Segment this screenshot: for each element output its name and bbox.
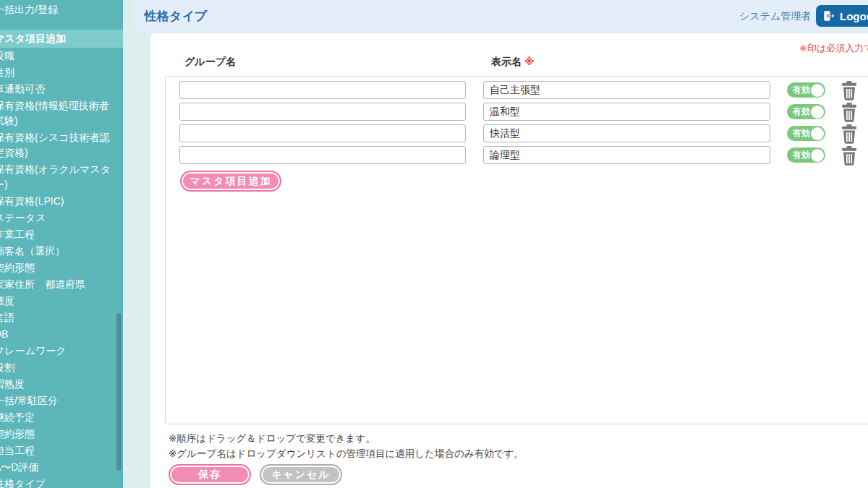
header-bar: 性格タイプ システム管理者 Logout xyxy=(134,0,868,31)
master-item-row: 有効 xyxy=(166,124,868,144)
group-name-input[interactable] xyxy=(179,146,466,164)
toggle-knob xyxy=(811,106,824,119)
sidebar-item[interactable]: 保有資格(オラクルマスター) xyxy=(0,161,123,193)
enabled-toggle[interactable]: 有効 xyxy=(787,147,825,163)
content-panel: ※印は必須入力です。 グループ名 表示名※ 有効 xyxy=(150,33,868,488)
enabled-toggle[interactable]: 有効 xyxy=(787,126,825,141)
sidebar-item[interactable]: フレームワーク xyxy=(0,343,123,359)
sidebar-item[interactable]: 契約形態 xyxy=(0,260,123,276)
column-header-group-name: グループ名 xyxy=(184,56,236,69)
sidebar-menu: 一括出力/登録 マスタ項目追加 役職 性別 車通勤可否 保有資格(情報処理技術者… xyxy=(0,0,123,488)
master-item-row: 有効 xyxy=(166,146,868,166)
sidebar-item[interactable]: DB xyxy=(0,326,123,343)
group-name-input[interactable] xyxy=(179,81,466,99)
required-mark: ※ xyxy=(524,56,535,67)
display-name-input[interactable] xyxy=(483,103,770,121)
sidebar-item[interactable]: 継続予定 xyxy=(0,409,123,426)
sidebar-item[interactable]: 性別 xyxy=(0,64,123,81)
master-item-row: 有効 xyxy=(166,81,868,100)
cancel-button[interactable]: キャンセル xyxy=(260,464,342,485)
display-name-input[interactable] xyxy=(483,146,770,164)
column-header-display-name: 表示名※ xyxy=(491,56,535,69)
sidebar-scrollbar[interactable] xyxy=(116,313,122,471)
group-name-input[interactable] xyxy=(179,103,466,121)
display-name-input[interactable] xyxy=(483,124,770,142)
delete-row-trash-icon[interactable] xyxy=(841,124,858,144)
sidebar-item[interactable]: マスタ項目追加 xyxy=(0,30,123,48)
sidebar-item[interactable]: 実家住所 都道府県 xyxy=(0,276,123,293)
enabled-toggle-label: 有効 xyxy=(793,126,810,141)
sidebar-item[interactable]: 習熟度 xyxy=(0,376,123,393)
sidebar-item[interactable]: 保有資格(LPIC) xyxy=(0,193,123,210)
save-button[interactable]: 保存 xyxy=(169,464,251,485)
sidebar-item[interactable]: 作業工程 xyxy=(0,226,123,243)
sidebar-item[interactable]: 保有資格(シスコ技術者認定資格) xyxy=(0,129,123,161)
sidebar-item[interactable]: 顧客名（選択） xyxy=(0,243,123,260)
logged-in-user-label: システム管理者 xyxy=(739,10,811,23)
logout-door-icon xyxy=(822,9,835,22)
delete-row-trash-icon[interactable] xyxy=(841,103,858,122)
toggle-knob xyxy=(811,84,824,97)
delete-row-trash-icon[interactable] xyxy=(841,146,858,166)
sidebar-item[interactable]: 車通勤可否 xyxy=(0,81,123,98)
add-master-item-button[interactable]: マスタ項目追加 xyxy=(180,171,281,192)
master-item-row: 有効 xyxy=(166,103,868,122)
sidebar-item[interactable]: ステータス xyxy=(0,210,123,226)
enabled-toggle[interactable]: 有効 xyxy=(787,82,825,98)
page-title: 性格タイプ xyxy=(145,8,207,25)
sidebar-item[interactable]: 保有資格(情報処理技術者試験) xyxy=(0,98,123,129)
enabled-toggle[interactable]: 有効 xyxy=(787,104,825,119)
display-name-input[interactable] xyxy=(483,81,770,99)
sidebar-item[interactable]: 一括/常駐区分 xyxy=(0,393,123,409)
sidebar-item[interactable]: 担当工程 xyxy=(0,442,123,459)
required-fields-note: ※印は必須入力です。 xyxy=(799,42,868,55)
sidebar-item[interactable]: 一括出力/登録 xyxy=(0,1,123,18)
enabled-toggle-label: 有効 xyxy=(793,147,810,163)
sidebar-item[interactable]: 確度 xyxy=(0,293,123,309)
drag-drop-note: ※順序はドラッグ＆ドロップで変更できます。 xyxy=(169,432,375,445)
sidebar-item[interactable]: 契約形態 xyxy=(0,426,123,442)
group-name-note: ※グループ名はドロップダウンリストの管理項目に適用した場合のみ有効です。 xyxy=(169,448,524,461)
toggle-knob xyxy=(811,127,824,140)
sidebar-item[interactable]: 言語 xyxy=(0,309,123,326)
group-name-input[interactable] xyxy=(179,124,466,142)
toggle-knob xyxy=(811,149,824,162)
enabled-toggle-label: 有効 xyxy=(793,82,810,98)
master-items-container: 有効 有効 xyxy=(165,76,868,424)
logout-button[interactable]: Logout xyxy=(816,5,868,27)
sidebar-nav: 一括出力/登録 マスタ項目追加 役職 性別 車通勤可否 保有資格(情報処理技術者… xyxy=(0,0,123,488)
enabled-toggle-label: 有効 xyxy=(793,104,810,119)
delete-row-trash-icon[interactable] xyxy=(841,81,858,100)
app-window: 一括出力/登録 マスタ項目追加 役職 性別 車通勤可否 保有資格(情報処理技術者… xyxy=(0,0,868,488)
sidebar-item[interactable]: A〜D評価 xyxy=(0,459,123,476)
sidebar-item[interactable]: 性格タイプ xyxy=(0,476,123,488)
sidebar-item[interactable]: 役職 xyxy=(0,48,123,64)
sidebar-item[interactable]: 役割 xyxy=(0,359,123,376)
logout-button-label: Logout xyxy=(840,10,868,22)
